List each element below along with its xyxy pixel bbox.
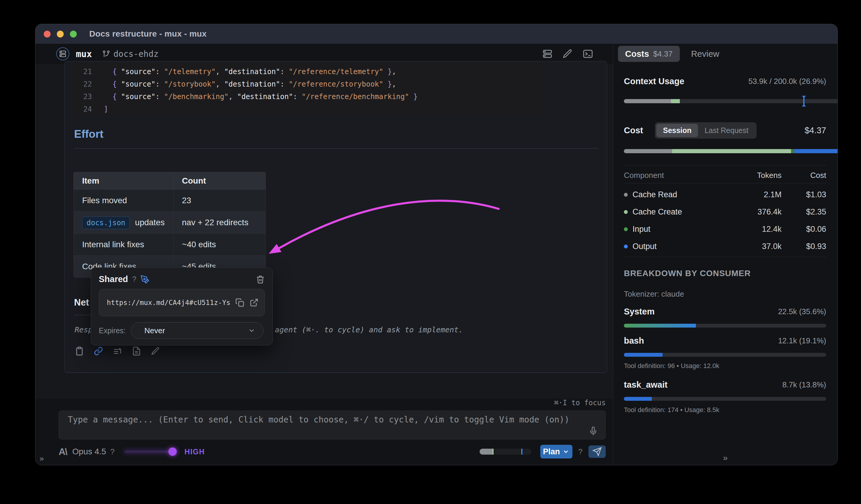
line-number: 24: [73, 103, 92, 115]
pencil-icon: [562, 49, 573, 59]
titlebar: Docs restructure - mux - mux: [36, 24, 837, 44]
share-help[interactable]: ?: [132, 275, 136, 284]
trash-icon[interactable]: [256, 275, 265, 284]
pencil-icon: [151, 346, 160, 356]
send-button[interactable]: [588, 445, 606, 458]
inline-code-chip: docs.json: [82, 217, 130, 229]
consumer-usage-bar: [624, 353, 826, 357]
plan-mode-button[interactable]: Plan: [540, 445, 572, 459]
git-branch-icon: [102, 50, 110, 58]
legend-dot-icon: [624, 210, 628, 214]
cost-scope-session[interactable]: Session: [656, 124, 698, 137]
mic-button[interactable]: [589, 427, 598, 436]
copy-icon[interactable]: [235, 298, 244, 307]
code-line: 22 { "source": "/storybook", "destinatio…: [73, 78, 545, 91]
consumer-list: System22.5k (35.6%)bash12.1k (19.1%)Tool…: [624, 307, 826, 424]
close-button[interactable]: [44, 31, 51, 38]
code-text: { "source": "/benchmarking", "destinatio…: [92, 91, 418, 103]
compaction-marker[interactable]: [803, 97, 805, 105]
code-line: 21 { "source": "/telemetry", "destinatio…: [73, 66, 545, 78]
context-usage-bar[interactable]: [624, 99, 838, 103]
terminal-button[interactable]: [583, 49, 593, 59]
cost-value: $4.37: [805, 125, 826, 135]
quote-reply-button[interactable]: [113, 346, 122, 356]
table-row: docs.json updatesnav + 22 redirects: [74, 212, 266, 234]
code-text: ]: [92, 103, 108, 115]
message-composer: [59, 411, 606, 439]
composer-toolbar: A\ Opus 4.5 ? HIGH Plan: [59, 445, 606, 459]
divider: [624, 165, 826, 165]
focus-hint: ⌘·I to focus: [59, 399, 606, 407]
branch-name: docs-ehdz: [113, 49, 159, 59]
copy-message-button[interactable]: [75, 346, 84, 356]
main-column: mux docs-ehdz 21 { "source": [36, 44, 613, 465]
cost-col-header: Cost: [782, 171, 826, 180]
context-usage-label: Context Usage: [624, 77, 684, 86]
tokens-col-header: Tokens: [731, 171, 782, 180]
costs-sidebar: Costs $4.37 Review Context Usage 53.9k /…: [613, 44, 837, 465]
table-row: Internal link fixes~40 edits: [74, 234, 266, 256]
code-line: 23 { "source": "/benchmarking", "destina…: [73, 91, 545, 103]
component-table-header: Component Tokens Cost: [624, 169, 826, 182]
model-help[interactable]: ?: [110, 447, 114, 457]
cost-label: Cost: [624, 125, 643, 135]
effort-table: Item Count Files moved23docs.json update…: [73, 172, 266, 277]
expires-select[interactable]: Never: [131, 322, 263, 339]
legend-dot-icon: [624, 227, 628, 231]
share-link-button[interactable]: [94, 346, 103, 356]
scroll-more-indicator[interactable]: »: [613, 453, 837, 463]
expand-left-indicator[interactable]: »: [40, 454, 44, 463]
zoom-button[interactable]: [70, 31, 77, 38]
link-icon: [94, 346, 103, 356]
share-url[interactable]: https://mux.md/CA4j4#cU511z-Ys: [107, 299, 230, 307]
consumer-block-task_await: task_await8.7k (13.8%)Tool definition: 1…: [624, 380, 826, 414]
slider-knob[interactable]: [168, 448, 177, 456]
costs-panel: Context Usage 53.9k / 200.0k (26.9%) Cos…: [613, 64, 837, 465]
tab-costs-label: Costs: [625, 49, 649, 59]
microphone-icon: [589, 427, 598, 436]
rows-icon: [542, 49, 553, 59]
chevron-down-icon: [248, 327, 256, 335]
app-name: mux: [76, 49, 92, 59]
cost-scope-last-request[interactable]: Last Request: [698, 124, 755, 137]
code-text: { "source": "/telemetry", "destination":…: [92, 66, 396, 78]
plan-help[interactable]: ?: [578, 447, 583, 457]
breakdown-heading: BREAKDOWN BY CONSUMER: [624, 269, 826, 278]
heading-divider: [74, 148, 598, 149]
tab-costs[interactable]: Costs $4.37: [618, 46, 680, 62]
view-source-button[interactable]: [132, 346, 141, 356]
minimize-button[interactable]: [57, 31, 64, 38]
code-line: 24]: [73, 103, 545, 115]
consumer-usage-bar: [624, 397, 826, 401]
effort-level-label: HIGH: [184, 448, 205, 456]
traffic-lights: [44, 31, 77, 38]
message-input[interactable]: [59, 411, 605, 439]
layout-rows-button[interactable]: [542, 49, 553, 59]
model-selector[interactable]: Opus 4.5: [72, 447, 106, 457]
tab-review[interactable]: Review: [691, 49, 720, 59]
cost-bar: [624, 149, 838, 153]
terminal-icon: [583, 49, 593, 59]
plan-label: Plan: [543, 447, 560, 457]
header-actions: [542, 49, 593, 59]
line-number: 22: [73, 78, 92, 91]
context-mini-bar: [480, 449, 531, 454]
reasoning-effort-slider[interactable]: [125, 447, 177, 456]
workspace-icon[interactable]: [56, 47, 69, 60]
cost-scope-toggle: SessionLast Request: [655, 122, 756, 139]
share-popover-header: Shared ?: [91, 268, 273, 284]
divider: [624, 257, 826, 257]
pen-tool-icon[interactable]: [140, 275, 149, 284]
tab-costs-badge: $4.37: [653, 50, 673, 59]
branch-indicator[interactable]: docs-ehdz: [102, 49, 159, 59]
response-text-fragment: agent (⌘·. to cycle) and ask to implemen…: [275, 326, 463, 334]
edit-button[interactable]: [562, 49, 573, 59]
edit-message-button[interactable]: [151, 346, 160, 356]
tokenizer-label: Tokenizer: claude: [624, 289, 826, 299]
code-block: 21 { "source": "/telemetry", "destinatio…: [73, 63, 545, 117]
component-row: Cache Create376.4k$2.35: [624, 203, 826, 220]
component-row: Cache Read2.1M$1.03: [624, 186, 826, 203]
external-link-icon[interactable]: [250, 298, 259, 307]
sidebar-tabs: Costs $4.37 Review: [613, 44, 837, 64]
component-row: Input12.4k$0.06: [624, 220, 826, 238]
